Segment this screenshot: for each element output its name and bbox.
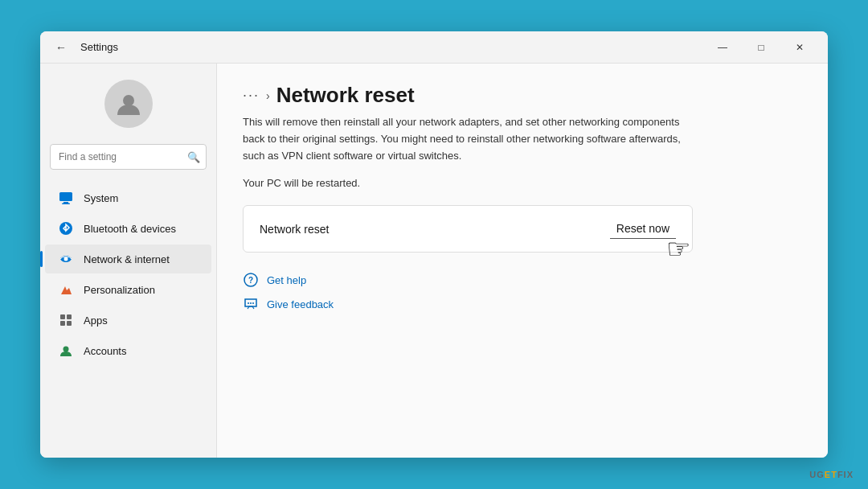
- search-input[interactable]: [50, 144, 207, 170]
- breadcrumb-chevron: ›: [266, 89, 270, 102]
- get-help-link[interactable]: ? Get help: [243, 272, 802, 288]
- svg-text:?: ?: [248, 276, 253, 285]
- accounts-icon: [58, 343, 74, 359]
- svg-point-5: [64, 257, 68, 261]
- breadcrumb: ··· › Network reset: [243, 83, 802, 108]
- sidebar-item-personalization[interactable]: Personalization: [45, 275, 211, 304]
- network-icon: [58, 251, 74, 267]
- svg-point-10: [63, 347, 69, 352]
- minimize-button[interactable]: —: [704, 35, 741, 60]
- watermark: UGETFIX: [809, 470, 854, 479]
- apps-icon: [58, 312, 74, 328]
- svg-rect-6: [60, 314, 65, 319]
- sidebar-item-network-label: Network & internet: [84, 253, 170, 265]
- search-box: 🔍: [50, 144, 207, 170]
- back-button[interactable]: ←: [50, 36, 72, 59]
- page-title: Network reset: [276, 83, 415, 108]
- main-content: 🔍 System: [40, 64, 828, 458]
- system-icon: [58, 190, 74, 206]
- description-text: This will remove then reinstall all your…: [243, 114, 693, 164]
- sidebar-item-apps-label: Apps: [84, 314, 108, 327]
- reset-now-button[interactable]: Reset now: [610, 219, 676, 239]
- svg-rect-7: [67, 314, 72, 319]
- svg-rect-3: [62, 203, 70, 205]
- reset-btn-wrapper: Reset now ☞: [610, 219, 676, 239]
- reset-card: Network reset Reset now ☞: [243, 205, 693, 253]
- sidebar-item-bluetooth-label: Bluetooth & devices: [84, 223, 176, 235]
- title-bar: ← Settings — □ ✕: [40, 31, 828, 64]
- sidebar-item-accounts[interactable]: Accounts: [45, 336, 211, 365]
- personalization-icon: [58, 281, 74, 298]
- restart-note: Your PC will be restarted.: [243, 177, 802, 189]
- svg-rect-9: [67, 321, 72, 326]
- maximize-button[interactable]: □: [743, 35, 780, 60]
- sidebar-item-system-label: System: [84, 192, 118, 204]
- settings-window: ← Settings — □ ✕ 🔍: [40, 31, 828, 458]
- svg-rect-8: [60, 321, 65, 326]
- sidebar-item-apps[interactable]: Apps: [45, 306, 211, 335]
- right-panel: ··· › Network reset This will remove the…: [217, 64, 828, 458]
- svg-point-15: [252, 302, 254, 304]
- give-feedback-link[interactable]: Give feedback: [243, 296, 802, 312]
- search-icon: 🔍: [187, 151, 200, 163]
- sidebar-item-bluetooth[interactable]: Bluetooth & devices: [45, 214, 211, 243]
- title-bar-controls: — □ ✕: [704, 35, 818, 60]
- title-bar-left: ← Settings: [50, 36, 704, 59]
- sidebar-item-personalization-label: Personalization: [84, 284, 155, 296]
- breadcrumb-dots[interactable]: ···: [243, 87, 260, 104]
- feedback-icon: [243, 296, 259, 312]
- help-icon: ?: [243, 272, 259, 288]
- svg-point-14: [250, 302, 252, 304]
- sidebar-item-accounts-label: Accounts: [84, 345, 126, 357]
- svg-rect-1: [59, 192, 72, 201]
- sidebar-item-network[interactable]: Network & internet: [45, 244, 211, 273]
- get-help-label: Get help: [267, 274, 306, 286]
- links-section: ? Get help Give: [243, 272, 802, 312]
- window-title: Settings: [80, 41, 118, 53]
- sidebar-item-system[interactable]: System: [45, 183, 211, 212]
- avatar: [104, 80, 153, 128]
- give-feedback-label: Give feedback: [267, 298, 334, 310]
- svg-point-13: [248, 302, 249, 304]
- close-button[interactable]: ✕: [781, 35, 818, 60]
- sidebar: 🔍 System: [40, 64, 217, 458]
- svg-point-0: [123, 95, 134, 106]
- reset-card-label: Network reset: [260, 223, 329, 236]
- bluetooth-icon: [58, 220, 74, 236]
